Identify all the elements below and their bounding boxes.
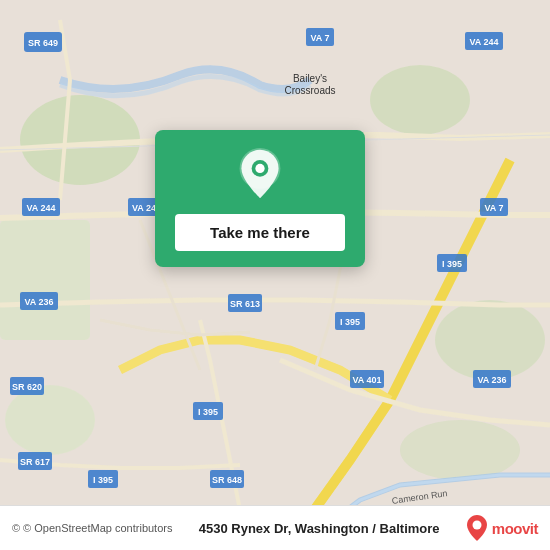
address-text: 4530 Rynex Dr, Washington / Baltimore xyxy=(172,521,465,536)
svg-text:SR 620: SR 620 xyxy=(12,382,42,392)
moovit-text: moovit xyxy=(492,520,538,537)
svg-text:VA 236: VA 236 xyxy=(24,297,53,307)
location-pin-icon xyxy=(234,148,286,200)
attribution: © © OpenStreetMap contributors xyxy=(12,522,172,534)
bottom-bar: © © OpenStreetMap contributors 4530 Ryne… xyxy=(0,505,550,550)
svg-text:I 395: I 395 xyxy=(442,259,462,269)
svg-text:SR 617: SR 617 xyxy=(20,457,50,467)
svg-point-47 xyxy=(472,521,481,530)
svg-point-46 xyxy=(255,164,264,173)
svg-point-4 xyxy=(435,300,545,380)
svg-rect-3 xyxy=(0,220,90,340)
map-background: SR 649 VA 7 VA 244 VA 244 VA 24 VA 7 I 3… xyxy=(0,0,550,550)
svg-text:I 395: I 395 xyxy=(340,317,360,327)
moovit-pin-icon xyxy=(466,514,488,542)
copyright-icon: © xyxy=(12,522,20,534)
svg-text:VA 24: VA 24 xyxy=(132,203,156,213)
svg-text:I 395: I 395 xyxy=(198,407,218,417)
svg-text:Crossroads: Crossroads xyxy=(284,85,335,96)
take-me-there-button[interactable]: Take me there xyxy=(175,214,345,251)
svg-text:SR 648: SR 648 xyxy=(212,475,242,485)
svg-point-2 xyxy=(370,65,470,135)
map-container: SR 649 VA 7 VA 244 VA 244 VA 24 VA 7 I 3… xyxy=(0,0,550,550)
svg-point-6 xyxy=(400,420,520,480)
svg-text:VA 244: VA 244 xyxy=(469,37,498,47)
svg-text:VA 236: VA 236 xyxy=(477,375,506,385)
svg-text:VA 7: VA 7 xyxy=(484,203,503,213)
svg-text:VA 401: VA 401 xyxy=(352,375,381,385)
svg-text:Bailey's: Bailey's xyxy=(293,73,327,84)
svg-text:VA 244: VA 244 xyxy=(26,203,55,213)
svg-text:SR 613: SR 613 xyxy=(230,299,260,309)
attribution-text: © OpenStreetMap contributors xyxy=(23,522,172,534)
location-card: Take me there xyxy=(155,130,365,267)
svg-text:VA 7: VA 7 xyxy=(310,33,329,43)
svg-text:SR 649: SR 649 xyxy=(28,38,58,48)
svg-text:I 395: I 395 xyxy=(93,475,113,485)
moovit-logo: moovit xyxy=(466,514,538,542)
svg-point-5 xyxy=(5,385,95,455)
